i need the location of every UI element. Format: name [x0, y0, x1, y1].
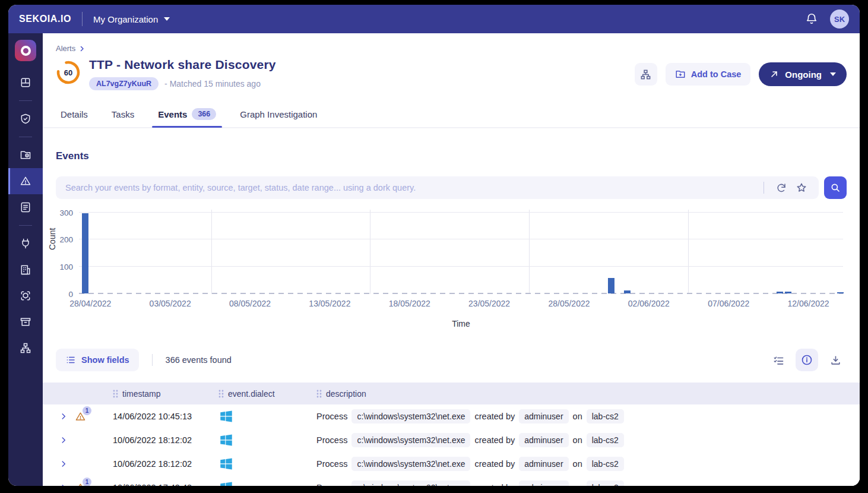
column-header-timestamp[interactable]: timestamp — [113, 389, 161, 399]
table-row[interactable]: 10/06/2022 18:12:02 Processc:\windows\sy… — [43, 428, 860, 452]
description-value-chip[interactable]: adminuser — [519, 433, 568, 447]
description-value-chip[interactable]: adminuser — [519, 481, 568, 486]
description-text: created by — [474, 435, 515, 445]
chart-gridline-vertical — [370, 210, 370, 294]
alert-id-badge[interactable]: AL7vgZ7yKuuR — [89, 77, 159, 90]
description-value-chip[interactable]: lab-cs2 — [587, 409, 624, 424]
tab-details[interactable]: Details — [59, 103, 89, 127]
sidebar-item-intakes[interactable] — [8, 230, 43, 257]
sidebar-item-dashboards[interactable] — [8, 69, 43, 96]
download-button[interactable] — [824, 349, 847, 371]
download-icon — [830, 355, 841, 366]
events-count-badge: 366 — [192, 108, 216, 120]
tab-graph-investigation[interactable]: Graph Investigation — [239, 103, 318, 127]
breadcrumb-alerts-link[interactable]: Alerts — [56, 44, 75, 53]
show-fields-button[interactable]: Show fields — [56, 349, 139, 371]
user-avatar[interactable]: SK — [830, 10, 849, 29]
chart-gridline-horizontal — [79, 239, 843, 239]
sidebar-divider — [19, 225, 32, 226]
expand-row-chevron-icon[interactable] — [59, 436, 68, 444]
status-button[interactable]: Ongoing — [759, 62, 847, 86]
expand-row-chevron-icon[interactable] — [59, 483, 68, 486]
events-section-title: Events — [43, 128, 860, 162]
table-row[interactable]: 10/06/2022 18:12:02 Processc:\windows\sy… — [43, 452, 860, 476]
checklist-icon — [773, 355, 784, 366]
sidebar-item-monitoring[interactable] — [8, 142, 43, 168]
tab-events[interactable]: Events 366 — [157, 103, 217, 127]
toolbar-divider — [152, 354, 153, 366]
organization-selector[interactable]: My Organization — [93, 14, 170, 24]
sidebar-item-community[interactable] — [8, 257, 43, 283]
notification-bell-icon[interactable] — [805, 12, 818, 26]
sekoia-logo-icon[interactable] — [15, 40, 36, 61]
drag-handle-icon[interactable] — [316, 390, 322, 398]
sidebar-divider — [19, 137, 32, 137]
warning-indicator[interactable]: 1 — [75, 482, 86, 486]
column-header-event-dialect[interactable]: event.dialect — [218, 389, 275, 399]
windows-logo-icon — [218, 432, 234, 448]
column-header-description[interactable]: description — [316, 389, 366, 399]
chart-bar[interactable] — [785, 292, 791, 293]
x-axis-tick: 07/06/2022 — [708, 299, 749, 308]
events-search-input[interactable] — [65, 183, 756, 192]
windows-logo-icon — [218, 456, 234, 472]
dashboard-panels-icon — [20, 77, 31, 89]
search-button[interactable] — [824, 176, 847, 199]
description-value-chip[interactable]: lab-cs2 — [587, 457, 624, 471]
events-search-box — [56, 176, 819, 199]
chart-gridline-horizontal — [79, 266, 843, 267]
description-value-chip[interactable]: c:\windows\system32\net.exe — [351, 481, 470, 486]
chart-gridline-vertical — [211, 210, 212, 294]
sidebar-item-reports[interactable] — [8, 194, 43, 220]
alert-triangle-icon — [20, 175, 31, 187]
drag-handle-icon[interactable] — [218, 390, 224, 398]
chart-bar[interactable] — [608, 278, 614, 293]
app-window: SEKOIA.IO My Organization SK — [8, 5, 860, 486]
graph-view-button[interactable] — [635, 63, 657, 86]
chart-bar[interactable] — [624, 290, 631, 293]
description-value-chip[interactable]: c:\windows\system32\net.exe — [351, 409, 470, 424]
description-value-chip[interactable]: lab-cs2 — [587, 433, 624, 447]
chart-plot-area[interactable]: 0100200300 — [79, 210, 843, 294]
description-value-chip[interactable]: lab-cs2 — [587, 481, 624, 486]
chart-gridline-horizontal — [79, 212, 843, 213]
chart-gridline-vertical — [688, 210, 689, 294]
column-settings-button[interactable] — [767, 349, 790, 371]
drag-handle-icon[interactable] — [113, 390, 118, 398]
info-toggle-button[interactable] — [796, 349, 818, 371]
event-description: Processc:\windows\system32\net.execreate… — [316, 433, 624, 447]
tab-tasks[interactable]: Tasks — [110, 103, 135, 127]
chart-bar[interactable] — [82, 213, 88, 293]
description-value-chip[interactable]: c:\windows\system32\net.exe — [351, 457, 470, 471]
expand-row-chevron-icon[interactable] — [59, 460, 68, 468]
description-value-chip[interactable]: c:\windows\system32\net.exe — [351, 433, 470, 447]
expand-row-chevron-icon[interactable] — [59, 412, 68, 421]
x-axis-tick: 03/05/2022 — [150, 299, 191, 308]
sidebar-item-alerts[interactable] — [8, 168, 43, 194]
add-to-case-button[interactable]: Add to Case — [666, 63, 751, 86]
sidebar-item-topology[interactable] — [8, 335, 43, 361]
chart-bar[interactable] — [837, 292, 844, 293]
x-axis-tick: 12/06/2022 — [788, 299, 829, 308]
sidebar-item-security[interactable] — [8, 106, 43, 132]
description-value-chip[interactable]: adminuser — [519, 409, 568, 424]
refresh-icon[interactable] — [776, 182, 787, 193]
brand-logo: SEKOIA.IO — [19, 14, 71, 24]
sidebar-item-detection[interactable] — [8, 283, 43, 309]
warning-indicator[interactable]: 1 — [75, 411, 86, 422]
x-axis-tick: 23/05/2022 — [468, 299, 510, 308]
chevron-down-icon[interactable] — [830, 72, 836, 76]
table-row[interactable]: 1 14/06/2022 10:45:13 Processc:\windows\… — [43, 404, 860, 428]
sidebar-item-archive[interactable] — [8, 309, 43, 335]
folder-plus-icon — [675, 69, 686, 80]
table-row[interactable]: 1 10/06/2022 17:43:43 Processc:\windows\… — [43, 476, 860, 486]
description-value-chip[interactable]: adminuser — [519, 457, 568, 471]
description-text: Process — [316, 412, 347, 421]
sitemap-icon — [640, 69, 651, 80]
star-favorite-icon[interactable] — [796, 182, 807, 193]
events-histogram: Count 0100200300 28/04/202203/05/202208/… — [43, 210, 860, 328]
chart-bar[interactable] — [777, 292, 783, 293]
description-text: on — [573, 412, 582, 421]
description-text: created by — [474, 412, 515, 421]
description-text: created by — [474, 459, 515, 469]
